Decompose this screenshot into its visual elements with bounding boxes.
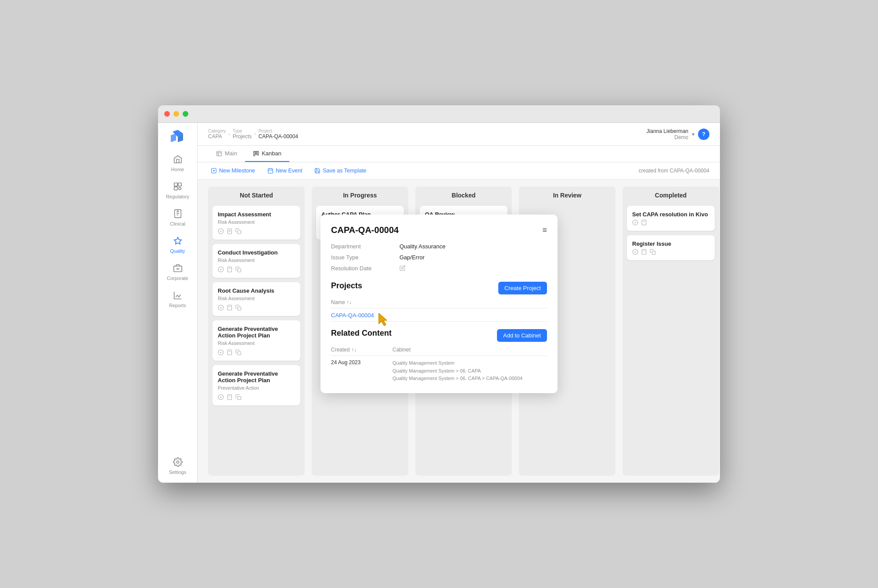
sidebar-label-clinical: Clinical <box>170 221 185 226</box>
cabinet-col-header: Cabinet <box>392 347 547 353</box>
kanban-col-completed: Completed Set CAPA resolution in Kivo Re… <box>623 186 719 476</box>
sidebar-item-regulatory[interactable]: Regulatory <box>160 177 195 203</box>
sidebar-label-regulatory: Regulatory <box>166 194 189 199</box>
svg-rect-18 <box>268 169 273 173</box>
modal-header: CAPA-QA-00004 ≡ <box>331 225 547 235</box>
svg-rect-9 <box>217 151 222 156</box>
svg-rect-38 <box>237 351 241 355</box>
maximize-button[interactable] <box>183 111 188 117</box>
department-value: Quality Assurance <box>399 243 547 250</box>
col-header-blocked: Blocked <box>420 192 507 201</box>
svg-rect-1 <box>178 183 181 186</box>
minimize-button[interactable] <box>173 111 179 117</box>
card-subtitle: Risk Assessment <box>218 258 295 263</box>
quality-icon <box>172 235 184 247</box>
card-title: Generate Preventative Action Project Pla… <box>218 326 295 339</box>
svg-rect-32 <box>227 305 231 310</box>
card-impact-assessment[interactable]: Impact Assessment Risk Assessment <box>212 206 300 240</box>
card-register-issue[interactable]: Register Issue <box>627 235 715 260</box>
card-gen-preventative-1[interactable]: Generate Preventative Action Project Pla… <box>212 320 300 361</box>
svg-rect-42 <box>237 396 241 400</box>
card-icons <box>218 266 295 272</box>
sidebar-item-clinical[interactable]: Clinical <box>160 204 195 230</box>
svg-rect-40 <box>227 394 231 400</box>
modal-menu-icon[interactable]: ≡ <box>542 226 547 235</box>
card-conduct-investigation[interactable]: Conduct Investigation Risk Assessment <box>212 244 300 278</box>
user-chevron-icon[interactable]: ▾ <box>692 131 694 137</box>
close-button[interactable] <box>164 111 170 117</box>
sidebar-item-settings[interactable]: Settings <box>160 453 195 478</box>
tab-kanban-label: Kanban <box>262 150 281 157</box>
cabinet-path2: Quality Management System > 06. CAPA > C… <box>392 375 547 383</box>
breadcrumb-category[interactable]: CAPA <box>208 133 222 140</box>
app-body: Home Regulatory <box>158 123 720 483</box>
event-icon <box>267 168 273 174</box>
svg-rect-0 <box>174 183 177 186</box>
svg-rect-13 <box>255 151 257 154</box>
new-event-button[interactable]: New Event <box>265 166 305 176</box>
tab-main[interactable]: Main <box>208 146 245 162</box>
card-doc-icon <box>227 305 233 311</box>
breadcrumb-project-group: Project CAPA-QA-00004 <box>259 129 299 140</box>
kanban-col-not-started: Not Started Impact Assessment Risk Asses… <box>208 186 305 476</box>
breadcrumb-sep-2: › <box>254 132 255 136</box>
reports-icon <box>172 290 184 301</box>
modal-divider <box>331 321 547 322</box>
svg-rect-28 <box>227 267 231 272</box>
svg-rect-57 <box>652 251 655 255</box>
app-window: Home Regulatory <box>158 105 720 483</box>
edit-icon <box>399 265 406 271</box>
sidebar-item-home[interactable]: Home <box>160 150 195 176</box>
breadcrumb-type[interactable]: Projects <box>233 133 252 140</box>
action-bar: New Milestone New Event <box>198 162 720 179</box>
col-header-in-review: In Review <box>523 192 611 201</box>
sidebar-item-quality[interactable]: Quality <box>160 232 195 257</box>
sidebar-label-corporate: Corporate <box>167 276 188 281</box>
sidebar-item-corporate[interactable]: Corporate <box>160 259 195 284</box>
row-cabinet-info: Quality Management System Quality Manage… <box>392 359 547 383</box>
projects-col-name: Name ↑↓ <box>331 299 352 305</box>
clinical-icon <box>172 208 184 219</box>
card-icons <box>218 228 295 234</box>
breadcrumb-type-label: Type <box>233 129 252 133</box>
check-circle-icon <box>632 219 638 226</box>
create-project-button[interactable]: Create Project <box>498 282 547 294</box>
card-copy-icon <box>235 228 241 234</box>
svg-rect-14 <box>257 151 259 155</box>
project-link-row[interactable]: CAPA-QA-00004 <box>331 312 547 319</box>
kanban-tab-icon <box>253 151 259 157</box>
help-button[interactable]: ? <box>698 129 709 140</box>
col-header-not-started: Not Started <box>212 192 300 201</box>
resolution-date-edit[interactable] <box>399 265 547 272</box>
card-icons <box>218 349 295 355</box>
header: Category CAPA › Type Projects › Project … <box>198 123 720 146</box>
new-milestone-button[interactable]: New Milestone <box>208 166 258 176</box>
card-root-cause[interactable]: Root Cause Analysis Risk Assessment <box>212 282 300 316</box>
detail-modal: CAPA-QA-00004 ≡ Department Quality Assur… <box>320 215 558 393</box>
save-as-template-label: Save as Template <box>323 168 366 174</box>
breadcrumb-category-label: Category <box>208 129 226 133</box>
card-copy-icon <box>235 349 241 355</box>
card-doc-icon <box>227 394 233 400</box>
header-right: Jianna Lieberman Demo ▾ ? <box>647 128 709 140</box>
breadcrumb-project[interactable]: CAPA-QA-00004 <box>259 133 299 140</box>
check-circle-icon <box>218 394 224 400</box>
card-icons <box>218 305 295 311</box>
card-gen-preventative-2[interactable]: Generate Preventative Action Project Pla… <box>212 365 300 405</box>
breadcrumb-category-group: Category CAPA <box>208 129 226 140</box>
check-circle-icon <box>218 228 224 234</box>
related-content-title: Related Content <box>331 329 392 338</box>
created-from-text: created from CAPA-QA-00004 <box>639 168 709 174</box>
modal-title: CAPA-QA-00004 <box>331 225 399 235</box>
card-title: Conduct Investigation <box>218 249 295 256</box>
sidebar-label-home: Home <box>171 167 184 172</box>
card-set-capa[interactable]: Set CAPA resolution in Kivo <box>627 206 715 231</box>
project-link[interactable]: CAPA-QA-00004 <box>331 312 374 319</box>
sidebar-item-reports[interactable]: Reports <box>160 286 195 312</box>
add-to-cabinet-button[interactable]: Add to Cabinet <box>497 329 547 342</box>
tab-kanban[interactable]: Kanban <box>245 146 289 162</box>
save-as-template-button[interactable]: Save as Template <box>312 166 369 176</box>
breadcrumb-sep-1: › <box>229 132 230 136</box>
col-header-completed: Completed <box>627 192 715 201</box>
related-table-row: 24 Aug 2023 Quality Management System Qu… <box>331 359 547 383</box>
